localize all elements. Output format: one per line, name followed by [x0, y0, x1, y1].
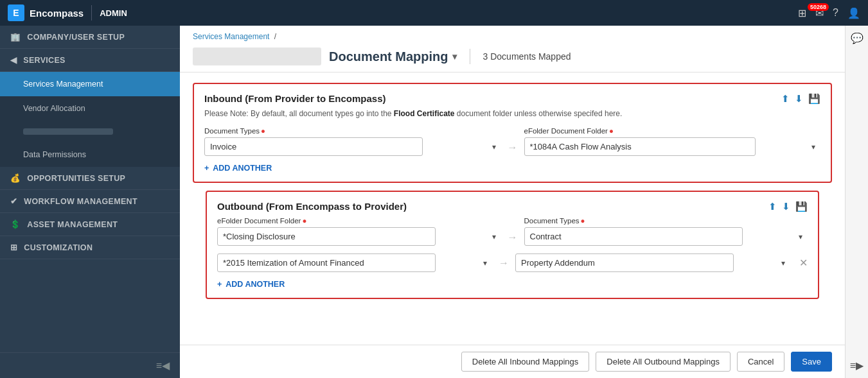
- sidebar-label-services-management: Services Management: [23, 80, 103, 89]
- sidebar-item-asset-management[interactable]: 💲 ASSET MANAGEMENT: [0, 213, 180, 236]
- inbound-title: Inbound (From Provider to Encompass): [204, 93, 386, 104]
- inbound-form-labels-row: Document Types● Invoice → eFolder: [204, 127, 820, 156]
- sidebar-bottom: ≡◀: [0, 352, 180, 378]
- sidebar-label-workflow: WORKFLOW MANAGEMENT: [24, 197, 137, 206]
- outbound-doc-type-select1[interactable]: Contract: [524, 227, 743, 246]
- inbound-efolder-required: ●: [609, 127, 614, 135]
- inbound-note-highlight: Flood Certificate: [394, 109, 455, 118]
- inbound-efolder-label: eFolder Document Folder●: [524, 127, 821, 135]
- delete-inbound-btn[interactable]: Delete All Inbound Mappings: [461, 352, 590, 372]
- inbound-note-text: Please Note: By default, all document ty…: [204, 109, 394, 118]
- admin-label: ADMIN: [100, 8, 127, 18]
- outbound-add-plus-icon: +: [217, 280, 222, 289]
- outbound-section-wrapper: Outbound (From Encompass to Provider) ⬆ …: [193, 191, 832, 309]
- sidebar-item-opportunities-setup[interactable]: 💰 OPPORTUNITIES SETUP: [0, 167, 180, 190]
- main-layout: 🏢 COMPANY/USER SETUP ◀ SERVICES Services…: [0, 26, 868, 378]
- outbound-doc-type-select-wrapper2: Property Addendum: [515, 253, 790, 272]
- inbound-efolder-select[interactable]: *1084A Cash Flow Analysis: [524, 137, 756, 156]
- header-divider: [470, 49, 470, 64]
- sidebar-label-vendor-allocation: Vendor Allocation: [23, 104, 85, 113]
- inbound-save-icon[interactable]: 💾: [808, 93, 820, 105]
- outbound-download-icon[interactable]: ⬇: [782, 201, 790, 212]
- outbound-doc-type-select-wrapper1: Contract: [524, 227, 808, 246]
- docs-mapped-count: 3 Documents Mapped: [483, 51, 571, 62]
- blurred-bar: [23, 128, 113, 135]
- sidebar-label-opportunities: OPPORTUNITIES SETUP: [27, 174, 125, 183]
- outbound-add-another-label: ADD ANOTHER: [226, 280, 285, 289]
- outbound-doc-type-group2: Property Addendum: [515, 253, 790, 272]
- inbound-section: Inbound (From Provider to Encompass) ⬆ ⬇…: [193, 83, 832, 183]
- page-title-text: Document Mapping: [329, 49, 448, 64]
- user-btn[interactable]: 👤: [847, 7, 860, 19]
- sidebar-item-services-management[interactable]: Services Management: [0, 72, 180, 96]
- cancel-btn[interactable]: Cancel: [737, 352, 784, 372]
- outbound-upload-icon[interactable]: ⬆: [768, 201, 777, 212]
- breadcrumb-separator: /: [274, 32, 276, 41]
- mail-btn[interactable]: ✉ 50268: [815, 7, 824, 19]
- outbound-efolder-label-text1: eFolder Document Folder: [217, 217, 301, 225]
- inbound-action-icons: ⬆ ⬇ 💾: [781, 93, 820, 105]
- right-panel-collapse-icon[interactable]: ≡▶: [850, 360, 864, 371]
- inbound-doc-type-select[interactable]: Invoice: [204, 137, 423, 156]
- outbound-row2: *2015 Itemization of Amount Financed → P…: [217, 253, 808, 272]
- logo-icon: E: [8, 4, 24, 21]
- outbound-doc-type-label1: Document Types●: [524, 217, 808, 225]
- inbound-note-end: document folder unless otherwise specife…: [455, 109, 623, 118]
- outbound-title: Outbound (From Encompass to Provider): [217, 201, 407, 212]
- outbound-efolder-select-wrapper2: *2015 Itemization of Amount Financed: [217, 253, 492, 272]
- outbound-efolder-select-wrapper1: *Closing Disclosure: [217, 227, 501, 246]
- notifications-btn[interactable]: ⊞: [798, 7, 806, 19]
- outbound-arrow1: →: [508, 232, 518, 243]
- sidebar-label-asset: ASSET MANAGEMENT: [27, 220, 118, 229]
- inbound-doc-type-label: Document Types●: [204, 127, 501, 135]
- right-panel-bottom: ≡▶: [850, 359, 864, 372]
- customization-icon: ⊞: [10, 243, 17, 252]
- outbound-doc-type-required1: ●: [581, 217, 585, 225]
- sidebar-item-workflow-management[interactable]: ✔ WORKFLOW MANAGEMENT: [0, 190, 180, 213]
- sidebar-item-data-permissions[interactable]: Data Permissions: [0, 142, 180, 167]
- outbound-efolder-select2[interactable]: *2015 Itemization of Amount Financed: [217, 253, 436, 272]
- outbound-efolder-label1: eFolder Document Folder●: [217, 217, 501, 225]
- content-area: Services Management / Document Mapping ▾…: [180, 26, 845, 378]
- outbound-section: Outbound (From Encompass to Provider) ⬆ …: [206, 191, 819, 299]
- page-title: Document Mapping ▾: [329, 49, 457, 64]
- outbound-row1: eFolder Document Folder● *Closing Disclo…: [217, 217, 808, 246]
- outbound-doc-type-select2[interactable]: Property Addendum: [515, 253, 734, 272]
- sidebar-label-data-permissions: Data Permissions: [23, 150, 86, 159]
- inbound-note: Please Note: By default, all document ty…: [204, 109, 820, 118]
- inbound-add-another-btn[interactable]: + ADD ANOTHER: [204, 164, 820, 173]
- sidebar-item-vendor-allocation[interactable]: Vendor Allocation: [0, 96, 180, 121]
- outbound-save-icon[interactable]: 💾: [795, 201, 808, 212]
- sidebar-label-customization: CUSTOMIZATION: [24, 243, 93, 252]
- sidebar-label-company: COMPANY/USER SETUP: [27, 33, 125, 42]
- title-chevron-icon[interactable]: ▾: [452, 51, 457, 62]
- sidebar-collapse-btn[interactable]: ≡◀: [10, 359, 170, 372]
- inbound-efolder-select-wrapper: *1084A Cash Flow Analysis: [524, 137, 821, 156]
- inbound-upload-icon[interactable]: ⬆: [781, 93, 790, 105]
- top-nav: E Encompass ADMIN ⊞ ✉ 50268 ? 👤: [0, 0, 868, 26]
- save-btn[interactable]: Save: [791, 352, 832, 372]
- inbound-header-row: Inbound (From Provider to Encompass) ⬆ ⬇…: [204, 93, 820, 109]
- inbound-download-icon[interactable]: ⬇: [795, 93, 803, 105]
- delete-outbound-btn[interactable]: Delete All Outbound Mappings: [596, 352, 731, 372]
- sidebar-item-blurred: [0, 121, 180, 142]
- sidebar-item-customization[interactable]: ⊞ CUSTOMIZATION: [0, 236, 180, 259]
- outbound-efolder-required1: ●: [302, 217, 306, 225]
- help-btn[interactable]: ?: [833, 7, 838, 19]
- nav-divider: [91, 5, 92, 21]
- outbound-add-another-btn[interactable]: + ADD ANOTHER: [217, 280, 808, 289]
- grid-icon: ⊞: [798, 8, 806, 19]
- outbound-action-icons: ⬆ ⬇ 💾: [768, 201, 808, 212]
- breadcrumb: Services Management /: [180, 26, 845, 44]
- sidebar-item-services[interactable]: ◀ SERVICES: [0, 49, 180, 72]
- breadcrumb-parent[interactable]: Services Management: [193, 32, 269, 41]
- right-panel-chat-icon[interactable]: 💬: [851, 32, 864, 44]
- sidebar-label-services: SERVICES: [23, 56, 65, 65]
- sidebar-item-company-user-setup[interactable]: 🏢 COMPANY/USER SETUP: [0, 26, 180, 49]
- outbound-row2-delete-btn[interactable]: ✕: [799, 257, 808, 269]
- outbound-efolder-select1[interactable]: *Closing Disclosure: [217, 227, 436, 246]
- outbound-efolder-group2: *2015 Itemization of Amount Financed: [217, 253, 492, 272]
- outbound-efolder-group1: eFolder Document Folder● *Closing Disclo…: [217, 217, 501, 246]
- inbound-doc-type-select-wrapper: Invoice: [204, 137, 501, 156]
- add-another-plus-icon: +: [204, 164, 209, 173]
